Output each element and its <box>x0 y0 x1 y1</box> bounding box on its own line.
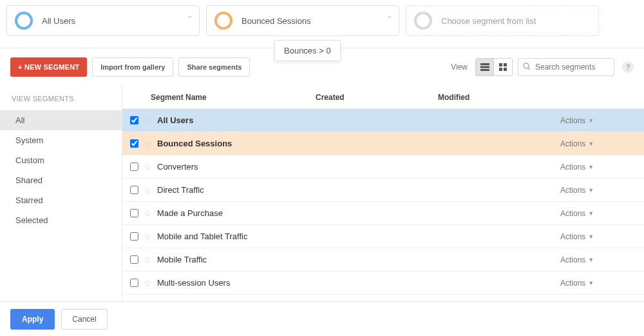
row-checkbox[interactable] <box>130 116 138 124</box>
cancel-button[interactable]: Cancel <box>61 309 107 330</box>
sidebar-item-all[interactable]: All <box>0 110 122 130</box>
header-segment-name[interactable]: Segment Name <box>122 93 316 102</box>
search-segments-input[interactable] <box>518 58 614 76</box>
table-row[interactable]: ☆Direct TrafficActions▼ <box>122 179 644 202</box>
table-row[interactable]: ☆All UsersActions▼ <box>122 109 644 132</box>
sidebar-item-custom[interactable]: Custom <box>0 150 122 170</box>
sidebar-item-selected[interactable]: Selected <box>0 210 122 230</box>
view-grid-icon[interactable] <box>494 59 512 75</box>
segment-slot-bounced-sessions[interactable]: Bounced Sessions ⌄ <box>206 5 399 36</box>
row-actions-menu[interactable]: Actions▼ <box>560 186 644 195</box>
row-actions-menu[interactable]: Actions▼ <box>560 279 644 288</box>
segment-name-text: Direct Traffic <box>157 185 204 195</box>
sidebar: VIEW SEGMENTS All System Custom Shared S… <box>0 86 122 302</box>
segment-slot-empty[interactable]: Choose segment from list <box>406 5 599 36</box>
segment-name-text: Converters <box>157 162 198 172</box>
segment-slot-label: Bounced Sessions <box>242 16 311 26</box>
row-name-cell: ☆Multi-session Users <box>122 278 316 288</box>
row-checkbox[interactable] <box>130 163 138 171</box>
row-actions-menu[interactable]: Actions▼ <box>560 232 644 241</box>
row-actions-menu[interactable]: Actions▼ <box>560 209 644 218</box>
view-label: View <box>451 63 468 72</box>
sidebar-item-shared[interactable]: Shared <box>0 170 122 190</box>
segment-slot-all-users[interactable]: All Users ⌄ <box>6 5 200 36</box>
row-checkbox[interactable] <box>130 139 138 148</box>
table-row[interactable]: ☆Bounced SessionsActions▼ <box>122 132 644 155</box>
row-name-cell: ☆Converters <box>122 162 316 172</box>
star-icon[interactable]: ☆ <box>144 185 152 195</box>
svg-rect-4 <box>504 63 507 66</box>
view-toggle <box>475 58 513 76</box>
caret-down-icon: ▼ <box>588 141 594 147</box>
actions-label: Actions <box>560 139 585 148</box>
star-icon[interactable]: ☆ <box>144 255 152 265</box>
table-row[interactable]: ☆Mobile and Tablet TrafficActions▼ <box>122 225 644 248</box>
segment-name-text: Mobile Traffic <box>157 255 207 264</box>
caret-down-icon: ▼ <box>588 117 594 124</box>
caret-down-icon: ▼ <box>588 187 594 193</box>
actions-label: Actions <box>560 116 585 125</box>
row-actions-menu[interactable]: Actions▼ <box>560 139 644 148</box>
svg-rect-3 <box>499 63 502 66</box>
table-row[interactable]: ☆Mobile TrafficActions▼ <box>122 248 644 272</box>
scrollbar[interactable] <box>640 86 644 302</box>
chevron-down-icon[interactable]: ⌄ <box>386 10 393 20</box>
segment-slot-placeholder: Choose segment from list <box>441 16 536 26</box>
row-actions-menu[interactable]: Actions▼ <box>560 116 644 125</box>
star-icon[interactable]: ☆ <box>144 232 152 242</box>
row-actions-menu[interactable]: Actions▼ <box>560 255 644 264</box>
header-modified[interactable]: Modified <box>438 93 560 102</box>
chevron-down-icon[interactable]: ⌄ <box>186 10 194 20</box>
footer-bar: Apply Cancel <box>0 301 644 336</box>
action-bar: + NEW SEGMENT Import from gallery Share … <box>0 48 644 86</box>
row-checkbox[interactable] <box>130 232 138 241</box>
view-list-icon[interactable] <box>476 59 494 75</box>
star-icon[interactable]: ☆ <box>144 208 152 219</box>
row-checkbox[interactable] <box>130 209 138 217</box>
row-checkbox[interactable] <box>130 279 138 287</box>
header-created[interactable]: Created <box>316 93 438 102</box>
row-name-cell: ☆Direct Traffic <box>122 185 316 195</box>
actions-label: Actions <box>560 163 585 172</box>
share-segments-button[interactable]: Share segments <box>178 57 250 77</box>
row-name-cell: ☆Made a Purchase <box>122 208 316 219</box>
segment-name-text: Mobile and Tablet Traffic <box>157 232 247 241</box>
segment-name-text: All Users <box>157 115 193 125</box>
star-icon[interactable]: ☆ <box>144 139 152 149</box>
sidebar-item-system[interactable]: System <box>0 130 122 150</box>
import-from-gallery-button[interactable]: Import from gallery <box>92 57 173 77</box>
caret-down-icon: ▼ <box>588 233 594 240</box>
row-name-cell: ☆Mobile Traffic <box>122 255 316 265</box>
actions-label: Actions <box>560 209 585 218</box>
actions-label: Actions <box>560 232 585 241</box>
segment-name-text: Bounced Sessions <box>157 139 232 148</box>
row-actions-menu[interactable]: Actions▼ <box>560 163 644 172</box>
new-segment-button[interactable]: + NEW SEGMENT <box>10 57 87 77</box>
help-icon[interactable]: ? <box>622 61 634 73</box>
svg-rect-0 <box>480 63 489 65</box>
star-icon[interactable]: ☆ <box>144 278 152 288</box>
segment-color-icon <box>15 12 33 30</box>
table-row[interactable]: ☆Made a PurchaseActions▼ <box>122 202 644 225</box>
sidebar-title: VIEW SEGMENTS <box>0 86 122 110</box>
row-name-cell: ☆Bounced Sessions <box>122 139 316 149</box>
table-row[interactable]: ☆Multi-session UsersActions▼ <box>122 272 644 295</box>
star-icon[interactable]: ☆ <box>144 162 152 172</box>
svg-rect-2 <box>480 69 489 71</box>
segment-slot-label: All Users <box>42 16 75 26</box>
segment-panel: + NEW SEGMENT Import from gallery Share … <box>0 48 644 302</box>
star-icon[interactable]: ☆ <box>144 115 152 126</box>
action-bar-right: View ? <box>451 58 634 76</box>
sidebar-item-starred[interactable]: Starred <box>0 190 122 210</box>
caret-down-icon: ▼ <box>588 164 594 170</box>
row-checkbox[interactable] <box>130 186 138 194</box>
segment-color-icon <box>214 12 232 30</box>
search-wrap <box>518 58 614 76</box>
main-area: VIEW SEGMENTS All System Custom Shared S… <box>0 86 644 302</box>
row-checkbox[interactable] <box>130 255 138 264</box>
table-body: ☆All UsersActions▼☆Bounced SessionsActio… <box>122 109 644 302</box>
segment-bar: All Users ⌄ Bounced Sessions ⌄ Choose se… <box>0 0 644 41</box>
actions-label: Actions <box>560 279 585 288</box>
apply-button[interactable]: Apply <box>10 309 55 330</box>
table-row[interactable]: ☆ConvertersActions▼ <box>122 155 644 179</box>
